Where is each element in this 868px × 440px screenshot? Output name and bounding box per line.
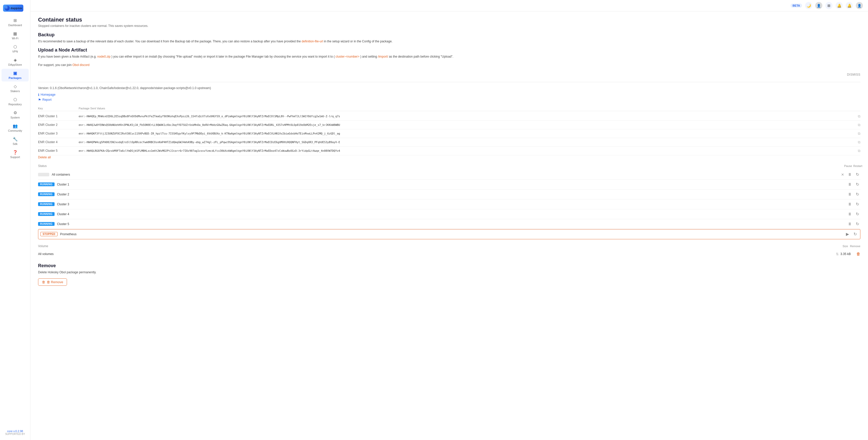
- key-value: enr:-HW4QLRG6FKArZQzskM9F7a6clYmDSjkSFLM…: [79, 149, 853, 152]
- table-row: ENR Cluster 5 enr:-HW4QLRG6FKArZQzskM9F7…: [38, 147, 860, 155]
- moon-icon[interactable]: 🌙: [805, 2, 812, 9]
- homepage-icon: ℹ: [38, 93, 39, 97]
- page-title: Container status: [38, 17, 860, 23]
- trash-icon: 🗑: [42, 280, 45, 284]
- remove-title: Remove: [38, 263, 860, 269]
- pause-all-button[interactable]: ⏸: [847, 171, 853, 178]
- sdk-icon: 🔧: [13, 137, 18, 142]
- key-value: enr:-HW4QPW4cg5PA00J5NJxvdqEroSllOpRRcec…: [79, 140, 853, 144]
- copy-icon[interactable]: ⧉: [853, 149, 860, 153]
- pause-cluster5-button[interactable]: ⏸: [847, 221, 853, 227]
- sidebar-item-wifi[interactable]: ▦ Wi-Fi: [2, 29, 29, 42]
- remove-col-label: Remove: [850, 245, 860, 248]
- topbar: BETA 🌙 👤 ⊞ 🔔 🔔 👤: [30, 0, 868, 11]
- report-link[interactable]: ⚑ Report: [38, 98, 860, 102]
- key-table: Key Package Sent Values ENR Cluster 1 en…: [38, 106, 860, 159]
- sidebar: dappnode ⊞ Dashboard ▦ Wi-Fi ⬡ VPN ◈ DAp…: [0, 0, 30, 440]
- restart-cluster4-button[interactable]: ↻: [854, 211, 860, 217]
- sidebar-item-dashboard[interactable]: ⊞ Dashboard: [2, 16, 29, 29]
- sidebar-item-system[interactable]: ⚙ System: [2, 108, 29, 121]
- dappnode-logo: dappnode: [3, 5, 23, 12]
- table-row: ENR Cluster 4 enr:-HW4QPW4cg5PA00J5NJxvd…: [38, 138, 860, 147]
- close-all-icon[interactable]: ✕: [841, 172, 844, 177]
- cluster-number-ref: cluster-<number>: [336, 55, 360, 58]
- copy-icon[interactable]: ⧉: [853, 123, 860, 127]
- sidebar-item-packages[interactable]: ▣ Packages: [2, 69, 29, 82]
- pause-cluster2-button[interactable]: ⏸: [847, 191, 853, 197]
- remove-package-button[interactable]: 🗑 🗑 Remove: [38, 278, 67, 286]
- sidebar-item-vpn[interactable]: ⬡ VPN: [2, 42, 29, 55]
- sidebar-item-dappstore[interactable]: ◈ DAppStore: [2, 56, 29, 68]
- copy-icon[interactable]: ⧉: [853, 114, 860, 119]
- container-row-cluster5: RUNNING Cluster 5 ⏸ ↻: [38, 219, 860, 229]
- import-path-ref: /import/: [378, 55, 388, 58]
- dismiss-button[interactable]: DISMISS: [847, 73, 860, 76]
- restart-prometheus-button[interactable]: ↻: [852, 231, 858, 237]
- restart-cluster5-button[interactable]: ↻: [854, 221, 860, 227]
- key-value: enr:-HW4QKF3fttjJ23UNZUFOCIRvV38Cuc119XP…: [79, 132, 853, 135]
- volume-delete-button[interactable]: 🗑: [856, 252, 860, 256]
- repository-icon: ⬠: [13, 97, 17, 102]
- sort-icon[interactable]: ⇅: [836, 252, 839, 256]
- key-label: ENR Cluster 4: [38, 140, 79, 144]
- sidebar-footer: core v.0.2.98 SUPPORTED BY: [0, 428, 30, 437]
- restart-cluster3-button[interactable]: ↻: [854, 201, 860, 207]
- pause-restart-labels: Pause Restart: [844, 164, 860, 167]
- node-zip-ref: node0.zip: [97, 55, 111, 58]
- container-name: Cluster 5: [57, 222, 69, 226]
- svg-text:dappnode: dappnode: [11, 7, 22, 10]
- page-subtitle: Stopped containers for inactive clusters…: [38, 24, 860, 28]
- content-area: Container status Stopped containers for …: [30, 11, 868, 440]
- volume-name: All volumes: [38, 252, 836, 256]
- container-name: Cluster 3: [57, 202, 69, 206]
- homepage-link[interactable]: ℹ Homepage: [38, 93, 860, 97]
- sidebar-item-label: Stakers: [10, 90, 20, 93]
- sidebar-item-repository[interactable]: ⬠ Repository: [2, 95, 29, 108]
- store-icon: ◈: [14, 58, 17, 62]
- status-label: Status: [38, 164, 844, 168]
- key-label: ENR Cluster 5: [38, 149, 79, 153]
- running-badge: RUNNING: [38, 212, 55, 216]
- play-prometheus-button[interactable]: ▶: [844, 231, 850, 237]
- wifi-icon: ▦: [13, 31, 17, 36]
- dashboard-icon: ⊞: [13, 18, 17, 23]
- pause-cluster1-button[interactable]: ⏸: [847, 182, 853, 188]
- copy-icon[interactable]: ⧉: [853, 131, 860, 136]
- status-header: Status Pause Restart: [38, 164, 860, 168]
- restart-cluster2-button[interactable]: ↻: [854, 191, 860, 197]
- sidebar-item-stakers[interactable]: ◇ Stakers: [2, 82, 29, 95]
- avatar-icon[interactable]: 👤: [815, 2, 822, 9]
- support-text: For support, you can join Obol discord: [38, 63, 860, 67]
- backup-desc: It's recommended to save a backup of the…: [38, 39, 860, 44]
- definition-file-url-link[interactable]: definition-file-url: [302, 39, 323, 43]
- sidebar-item-label: Sdk: [13, 143, 18, 146]
- sidebar-item-sdk[interactable]: 🔧 Sdk: [2, 135, 29, 148]
- sidebar-item-label: Community: [8, 129, 22, 132]
- pause-cluster4-button[interactable]: ⏸: [847, 211, 853, 217]
- container-row-cluster2: RUNNING Cluster 2 ⏸ ↻: [38, 190, 860, 199]
- restart-all-button[interactable]: ↻: [854, 171, 860, 178]
- delete-all-button[interactable]: Delete all: [38, 156, 51, 159]
- report-icon: ⚑: [38, 98, 41, 102]
- size-col-label: Size: [843, 245, 848, 248]
- sidebar-item-support[interactable]: ❓ Support: [2, 148, 29, 161]
- container-name: Cluster 1: [57, 183, 69, 186]
- container-name: All containers: [52, 173, 70, 176]
- restart-cluster1-button[interactable]: ↻: [854, 182, 860, 188]
- pause-cluster3-button[interactable]: ⏸: [847, 201, 853, 207]
- sidebar-item-community[interactable]: 👥 Community: [2, 122, 29, 134]
- main-area: BETA 🌙 👤 ⊞ 🔔 🔔 👤 Container status Stoppe…: [30, 0, 868, 440]
- alert-icon[interactable]: 🔔: [846, 2, 853, 9]
- user-icon[interactable]: 👤: [856, 2, 863, 9]
- copy-icon[interactable]: ⧉: [853, 140, 860, 145]
- packages-icon: ▣: [13, 71, 17, 75]
- remove-section: Remove Delete Holesky Obol package perma…: [38, 263, 860, 286]
- sidebar-item-label: Wi-Fi: [12, 37, 19, 40]
- volume-label: Volume: [38, 244, 843, 248]
- sidebar-item-label: VPN: [12, 50, 18, 53]
- logo-area: dappnode: [0, 3, 30, 16]
- notification-icon[interactable]: 🔔: [836, 2, 843, 9]
- obol-discord-link[interactable]: Obol discord: [72, 63, 89, 67]
- grid-icon[interactable]: ⊞: [825, 2, 833, 9]
- volume-section: Volume Size Remove All volumes ⇅ 3.35 kB…: [38, 244, 860, 258]
